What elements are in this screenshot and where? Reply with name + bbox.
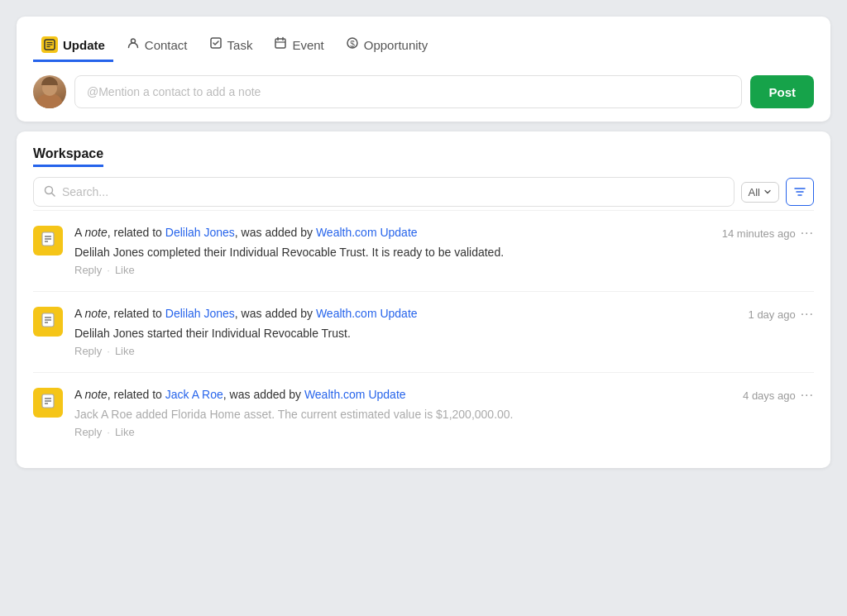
feed-addedby-link-3[interactable]: Wealth.com Update xyxy=(304,388,406,401)
event-icon xyxy=(274,36,287,53)
tab-opportunity-label: Opportunity xyxy=(364,38,428,52)
feed-item-3: A note, related to Jack A Roe, was added… xyxy=(33,372,814,453)
feed-note-label-1: note xyxy=(84,226,107,239)
svg-text:$: $ xyxy=(350,40,355,49)
feed-suffix-2: , was added by xyxy=(235,307,316,320)
feed-content-2: A note, related to Delilah Jones, was ad… xyxy=(74,307,814,357)
tab-task[interactable]: Task xyxy=(201,30,261,62)
search-icon xyxy=(44,185,55,199)
feed-body-1: Delilah Jones completed their Individual… xyxy=(74,246,814,259)
workspace-title: Workspace xyxy=(33,146,103,167)
post-button[interactable]: Post xyxy=(750,75,814,108)
main-container: Update Contact Task xyxy=(17,17,830,468)
dot-sep-3: · xyxy=(107,426,110,438)
search-box xyxy=(33,177,735,207)
opportunity-icon: $ xyxy=(346,36,359,53)
feed-time-actions-1: 14 minutes ago ··· xyxy=(722,226,814,241)
feed-middle-2: , related to xyxy=(108,307,165,320)
note-icon-symbol xyxy=(40,231,56,251)
update-tab-icon xyxy=(41,36,58,53)
filter-right: All xyxy=(741,178,814,206)
feed-prefix-1: A xyxy=(74,226,84,239)
feed-suffix-3: , was added by xyxy=(223,388,304,401)
tab-event[interactable]: Event xyxy=(266,30,332,62)
feed-note-label-2: note xyxy=(84,307,107,320)
tab-opportunity[interactable]: $ Opportunity xyxy=(337,30,437,62)
note-icon-1 xyxy=(33,226,63,255)
feed-time-1: 14 minutes ago xyxy=(722,227,796,240)
feed-suffix-1: , was added by xyxy=(235,226,316,239)
like-button-2[interactable]: Like xyxy=(115,345,135,357)
contact-icon xyxy=(127,36,140,53)
feed-prefix-3: A xyxy=(74,388,84,401)
feed-middle-1: , related to xyxy=(108,226,165,239)
tab-update[interactable]: Update xyxy=(33,30,113,62)
all-label: All xyxy=(749,186,760,198)
feed-more-menu-3[interactable]: ··· xyxy=(801,388,814,403)
svg-rect-6 xyxy=(275,39,285,48)
feed-item: A note, related to Delilah Jones, was ad… xyxy=(33,210,814,291)
feed-actions-1: Reply · Like xyxy=(74,264,814,276)
avatar xyxy=(33,75,66,108)
note-icon-symbol-2 xyxy=(40,312,56,332)
tab-update-label: Update xyxy=(63,38,105,52)
search-input[interactable] xyxy=(62,185,724,198)
feed-actions-2: Reply · Like xyxy=(74,345,814,357)
reply-button-3[interactable]: Reply xyxy=(74,426,102,438)
reply-button-2[interactable]: Reply xyxy=(74,345,102,357)
search-filter-row: All xyxy=(33,177,814,207)
feed-contact-link-3[interactable]: Jack A Roe xyxy=(165,388,223,401)
filter-icon-button[interactable] xyxy=(786,178,814,206)
like-button-1[interactable]: Like xyxy=(115,264,135,276)
feed-actions-3: Reply · Like xyxy=(74,426,814,438)
feed-addedby-link-1[interactable]: Wealth.com Update xyxy=(316,226,418,239)
compose-row: Post xyxy=(33,75,814,108)
feed-more-menu-1[interactable]: ··· xyxy=(801,226,814,241)
feed-body-2: Delilah Jones started their Individual R… xyxy=(74,327,814,340)
feed-header-line-2: A note, related to Delilah Jones, was ad… xyxy=(74,307,814,322)
mention-input[interactable] xyxy=(74,75,742,108)
feed-time-3: 4 days ago xyxy=(743,389,796,402)
workspace-card: Workspace All xyxy=(17,131,830,468)
feed-note-label-3: note xyxy=(84,388,107,401)
feed-title-3: A note, related to Jack A Roe, was added… xyxy=(74,388,406,401)
note-icon-3 xyxy=(33,388,63,418)
like-button-3[interactable]: Like xyxy=(115,426,135,438)
workspace-header: Workspace xyxy=(33,146,814,167)
tab-contact[interactable]: Contact xyxy=(118,30,196,62)
feed-contact-link-1[interactable]: Delilah Jones xyxy=(165,226,235,239)
feed-time-actions-3: 4 days ago ··· xyxy=(743,388,814,403)
tabs-row: Update Contact Task xyxy=(33,30,814,62)
feed-time-actions-2: 1 day ago ··· xyxy=(749,307,814,322)
feed-item-2: A note, related to Delilah Jones, was ad… xyxy=(33,291,814,372)
feed-prefix-2: A xyxy=(74,307,84,320)
feed-content-3: A note, related to Jack A Roe, was added… xyxy=(74,388,814,438)
reply-button-1[interactable]: Reply xyxy=(74,264,102,276)
feed-addedby-link-2[interactable]: Wealth.com Update xyxy=(316,307,418,320)
feed-title-1: A note, related to Delilah Jones, was ad… xyxy=(74,226,418,239)
feed-body-3: Jack A Roe added Florida Home asset. The… xyxy=(74,408,814,421)
feed-middle-3: , related to xyxy=(108,388,165,401)
feed-list: A note, related to Delilah Jones, was ad… xyxy=(33,210,814,453)
note-icon-symbol-3 xyxy=(40,393,56,413)
feed-header-line-3: A note, related to Jack A Roe, was added… xyxy=(74,388,814,403)
feed-content-1: A note, related to Delilah Jones, was ad… xyxy=(74,226,814,276)
feed-header-line-1: A note, related to Delilah Jones, was ad… xyxy=(74,226,814,241)
feed-time-2: 1 day ago xyxy=(749,308,796,321)
note-icon-2 xyxy=(33,307,63,337)
dot-sep-2: · xyxy=(107,345,110,357)
svg-line-13 xyxy=(52,193,55,196)
task-icon xyxy=(209,36,223,53)
top-card: Update Contact Task xyxy=(17,17,830,122)
feed-more-menu-2[interactable]: ··· xyxy=(801,307,814,322)
tab-event-label: Event xyxy=(292,38,323,52)
tab-contact-label: Contact xyxy=(145,38,188,52)
filter-all-select[interactable]: All xyxy=(741,182,779,203)
tab-task-label: Task xyxy=(227,38,253,52)
feed-title-2: A note, related to Delilah Jones, was ad… xyxy=(74,307,418,320)
feed-contact-link-2[interactable]: Delilah Jones xyxy=(165,307,235,320)
dot-sep-1: · xyxy=(107,264,110,276)
